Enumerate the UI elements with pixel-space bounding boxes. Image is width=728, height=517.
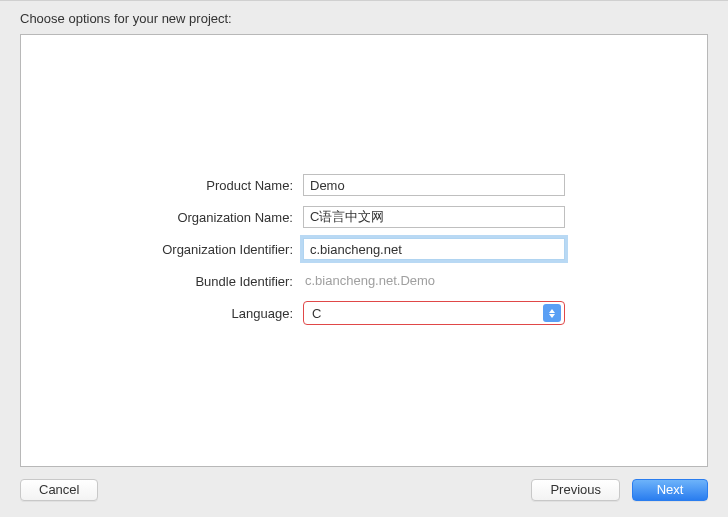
organization-identifier-input[interactable] (303, 238, 565, 260)
organization-name-label: Organization Name: (21, 210, 303, 225)
language-select-value: C (304, 306, 543, 321)
language-select[interactable]: C (303, 301, 565, 325)
organization-identifier-row: Organization Identifier: (21, 237, 707, 261)
organization-name-row: Organization Name: (21, 205, 707, 229)
previous-button[interactable]: Previous (531, 479, 620, 501)
new-project-options-window: Choose options for your new project: Pro… (0, 0, 728, 517)
next-button[interactable]: Next (632, 479, 708, 501)
product-name-label: Product Name: (21, 178, 303, 193)
footer: Cancel Previous Next (0, 479, 728, 517)
bundle-identifier-value: c.biancheng.net.Demo (303, 270, 565, 292)
product-name-input[interactable] (303, 174, 565, 196)
bundle-identifier-label: Bundle Identifier: (21, 274, 303, 289)
language-label: Language: (21, 306, 303, 321)
page-title: Choose options for your new project: (0, 1, 728, 34)
content-frame: Product Name: Organization Name: Organiz… (20, 34, 708, 467)
product-name-row: Product Name: (21, 173, 707, 197)
cancel-button[interactable]: Cancel (20, 479, 98, 501)
organization-identifier-label: Organization Identifier: (21, 242, 303, 257)
language-row: Language: C (21, 301, 707, 325)
organization-name-input[interactable] (303, 206, 565, 228)
bundle-identifier-row: Bundle Identifier: c.biancheng.net.Demo (21, 269, 707, 293)
chevron-up-down-icon (543, 304, 561, 322)
form-area: Product Name: Organization Name: Organiz… (21, 173, 707, 333)
